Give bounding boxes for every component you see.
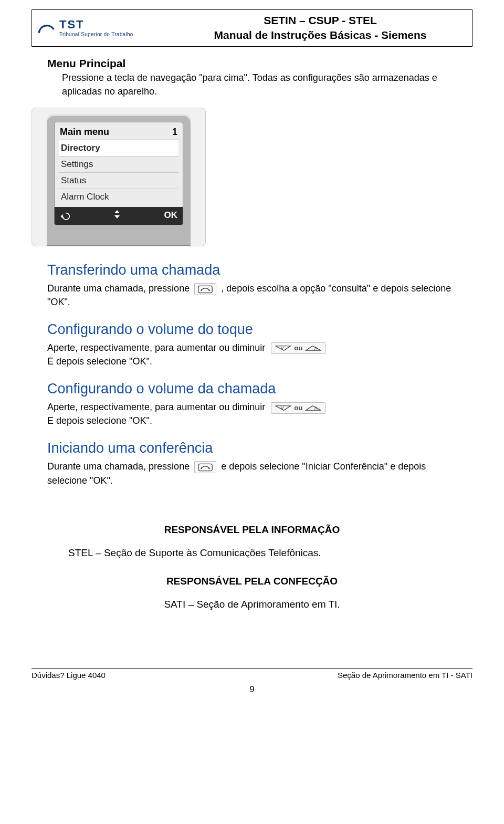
section-call-volume-l1: Aperte, respectivamente, para aumentar o… — [47, 400, 457, 414]
header-line-2: Manual de Instruções Básicas - Siemens — [174, 28, 467, 43]
footer-left: Dúvidas? Ligue 4040 — [32, 671, 106, 680]
transfer-pre: Durante uma chamada, pressione — [47, 283, 190, 294]
section-call-volume-l2: E depois selecione "OK". — [47, 414, 457, 427]
section-transfer-title: Transferindo uma chamada — [47, 262, 457, 278]
resp-conf-value: SATI – Seção de Aprimoramento em TI. — [47, 599, 457, 610]
content: Menu Principal Pressione a tecla de nave… — [32, 57, 472, 610]
svg-rect-0 — [198, 286, 212, 293]
logo-text-sub: Tribunal Superior do Trabalho — [59, 32, 133, 37]
phone-menu-item: Status — [59, 172, 178, 189]
hold-key-icon — [194, 461, 216, 473]
svg-text:Λ: Λ — [314, 346, 318, 351]
section-ring-volume-l1: Aperte, respectivamente, para aumentar o… — [47, 341, 457, 354]
phone-screen-title: Main menu — [60, 127, 109, 138]
menu-principal-body: Pressione a tecla de navegação "para cim… — [47, 71, 457, 98]
page-footer: Dúvidas? Ligue 4040 Seção de Aprimoramen… — [32, 671, 472, 680]
phone-screen-footer: OK — [55, 207, 183, 225]
ou-label: ou — [294, 404, 302, 412]
menu-principal-title: Menu Principal — [47, 57, 457, 70]
phone-ok-label: OK — [164, 210, 178, 221]
tst-arc-icon — [37, 19, 55, 37]
conference-pre: Durante uma chamada, pressione — [47, 461, 190, 472]
volume-up-key-icon: Λ — [304, 404, 322, 412]
hold-key-icon — [194, 283, 216, 295]
tst-logo: TST Tribunal Superior do Trabalho — [37, 19, 133, 37]
volume-keys-icon: V ou Λ — [271, 402, 326, 414]
phone-menu-item: Settings — [59, 156, 178, 172]
document-page: TST Tribunal Superior do Trabalho SETIN … — [0, 0, 504, 715]
ou-label: ou — [294, 344, 302, 352]
up-down-icon — [70, 209, 164, 222]
svg-text:V: V — [281, 346, 284, 351]
phone-screen-header: Main menu 1 — [59, 126, 178, 140]
resp-info-value: STEL – Seção de Suporte às Comunicações … — [47, 547, 457, 559]
section-ring-volume-l2: E depois selecione "OK". — [47, 354, 457, 368]
svg-text:V: V — [281, 405, 284, 410]
header-titles: SETIN – CSUP - STEL Manual de Instruções… — [174, 13, 467, 43]
phone-menu-item: Directory — [59, 140, 178, 156]
call-volume-text: Aperte, respectivamente, para aumentar o… — [47, 402, 265, 412]
svg-point-2 — [208, 289, 210, 291]
volume-keys-icon: V ou Λ — [271, 342, 326, 354]
phone-screen-index: 1 — [172, 127, 177, 138]
resp-info-label: RESPONSÁVEL PELA INFORMAÇÃO — [47, 524, 457, 536]
page-number: 9 — [32, 685, 472, 694]
volume-up-key-icon: Λ — [304, 344, 322, 352]
phone-screen: Main menu 1 Directory Settings Status Al… — [54, 122, 183, 225]
section-conference-body: Durante uma chamada, pressione e depois … — [47, 460, 457, 487]
section-conference-title: Iniciando uma conferência — [47, 440, 457, 456]
attribution-block: RESPONSÁVEL PELA INFORMAÇÃO STEL – Seção… — [47, 524, 457, 610]
svg-point-1 — [201, 289, 202, 291]
phone-body: Main menu 1 Directory Settings Status Al… — [47, 114, 191, 246]
svg-point-9 — [208, 468, 210, 470]
section-ring-volume-title: Configurando o volume do toque — [47, 321, 457, 338]
header-line-1: SETIN – CSUP - STEL — [174, 13, 467, 28]
footer-right: Seção de Aprimoramento em TI - SATI — [338, 671, 472, 680]
logo-block: TST Tribunal Superior do Trabalho — [37, 19, 174, 37]
phone-menu-item: Alarm Clock — [59, 189, 178, 205]
document-header: TST Tribunal Superior do Trabalho SETIN … — [32, 9, 472, 47]
section-transfer-body: Durante uma chamada, pressione , depois … — [47, 281, 457, 309]
ring-volume-text: Aperte, respectivamente, para aumentar o… — [47, 342, 265, 353]
phone-figure: Main menu 1 Directory Settings Status Al… — [32, 108, 206, 246]
footer-rule — [32, 668, 472, 669]
logo-text-main: TST — [59, 19, 133, 30]
back-icon — [60, 210, 70, 221]
section-call-volume-title: Configurando o volume da chamada — [47, 381, 457, 397]
svg-text:Λ: Λ — [314, 405, 318, 410]
resp-conf-label: RESPONSÁVEL PELA CONFECÇÃO — [47, 576, 457, 587]
svg-rect-7 — [198, 464, 212, 471]
svg-point-8 — [201, 468, 202, 470]
volume-down-key-icon: V — [274, 344, 292, 352]
volume-down-key-icon: V — [274, 404, 292, 412]
